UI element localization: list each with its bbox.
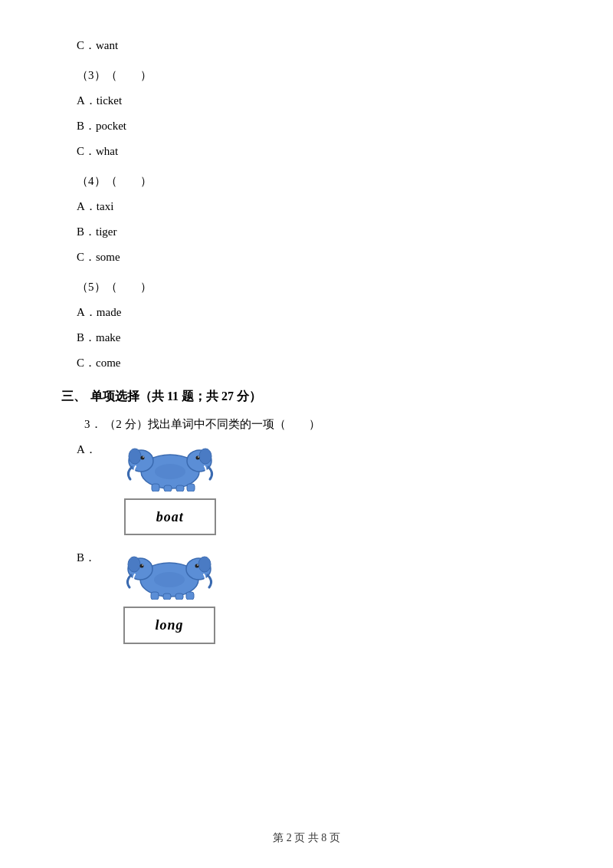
word-long-text: long: [156, 617, 184, 633]
svg-rect-26: [186, 592, 194, 600]
question3-main: 3． （2 分）找出单词中不同类的一项（ ）: [84, 414, 552, 435]
svg-rect-25: [175, 593, 183, 600]
option-a-container: A．: [77, 439, 552, 535]
svg-point-7: [195, 456, 199, 460]
option-a-label: A．: [77, 439, 97, 460]
q5-option-a: A．made: [61, 302, 552, 323]
q3-option-b-text: B．pocket: [77, 120, 126, 132]
section3-header: 三、 单项选择（共 11 题；共 27 分）: [61, 389, 552, 405]
svg-point-13: [155, 464, 185, 479]
q3-main-score: （2 分）找出单词中不同类的一项（ ）: [104, 418, 320, 430]
svg-point-27: [154, 572, 185, 587]
svg-rect-11: [176, 485, 184, 492]
q3-option-a-text: A．ticket: [77, 94, 122, 107]
sub-question-4: （4）（ ）: [77, 171, 552, 192]
q5-option-a-text: A．made: [77, 306, 121, 318]
svg-point-21: [195, 564, 199, 568]
q3-main-label: 3．: [84, 418, 102, 430]
svg-rect-9: [152, 484, 159, 492]
q4-option-b-text: B．tiger: [77, 225, 117, 238]
section3-title: 三、: [61, 389, 86, 405]
footer-text: 第 2 页 共 8 页: [273, 832, 340, 843]
svg-point-4: [143, 456, 144, 458]
q3-option-b: B．pocket: [61, 116, 552, 136]
word-card-long: long: [123, 547, 215, 643]
svg-point-20: [198, 557, 211, 572]
sub-question-3: （3）（ ）: [77, 65, 552, 86]
word-box-boat: boat: [124, 498, 216, 535]
q5-option-b: B．make: [61, 327, 552, 348]
q5-option-c-text: C．come: [77, 357, 121, 369]
svg-point-17: [140, 564, 144, 568]
q4-label: （4）（ ）: [77, 175, 152, 187]
option-c3-text: C．want: [77, 39, 118, 51]
word-boat-text: boat: [156, 509, 184, 524]
svg-rect-23: [151, 592, 159, 600]
q4-option-a: A．taxi: [61, 196, 552, 217]
q3-label: （3）（ ）: [77, 69, 152, 81]
svg-point-18: [142, 565, 143, 567]
svg-rect-10: [164, 485, 172, 492]
svg-point-22: [197, 565, 198, 567]
svg-point-2: [129, 449, 141, 464]
page-footer: 第 2 页 共 8 页: [0, 831, 613, 845]
option-b-label: B．: [77, 547, 96, 568]
word-box-long: long: [123, 607, 215, 643]
svg-rect-12: [187, 484, 195, 492]
svg-point-8: [198, 456, 199, 458]
q4-option-c-text: C．some: [77, 251, 120, 263]
q3-option-c: C．what: [61, 141, 552, 162]
q5-option-c: C．come: [61, 353, 552, 373]
elephant-icon-a: [124, 439, 216, 492]
q4-option-a-text: A．taxi: [77, 200, 113, 212]
q3-option-c-text: C．what: [77, 145, 118, 157]
sub-question-5: （5）（ ）: [77, 277, 552, 298]
elephant-icon-b: [123, 547, 215, 600]
svg-rect-24: [163, 593, 171, 600]
option-b-container: B．: [77, 547, 552, 643]
q4-option-c: C．some: [61, 247, 552, 268]
word-card-boat: boat: [124, 439, 216, 535]
q5-option-b-text: B．make: [77, 331, 121, 344]
q4-option-b: B．tiger: [61, 222, 552, 242]
option-c3: C．want: [61, 35, 552, 56]
svg-point-16: [128, 557, 140, 572]
svg-point-3: [140, 456, 144, 460]
section3-subtitle: 单项选择（共 11 题；共 27 分）: [90, 389, 261, 405]
q5-label: （5）（ ）: [77, 281, 152, 293]
q3-option-a: A．ticket: [61, 90, 552, 111]
svg-point-6: [199, 449, 211, 464]
